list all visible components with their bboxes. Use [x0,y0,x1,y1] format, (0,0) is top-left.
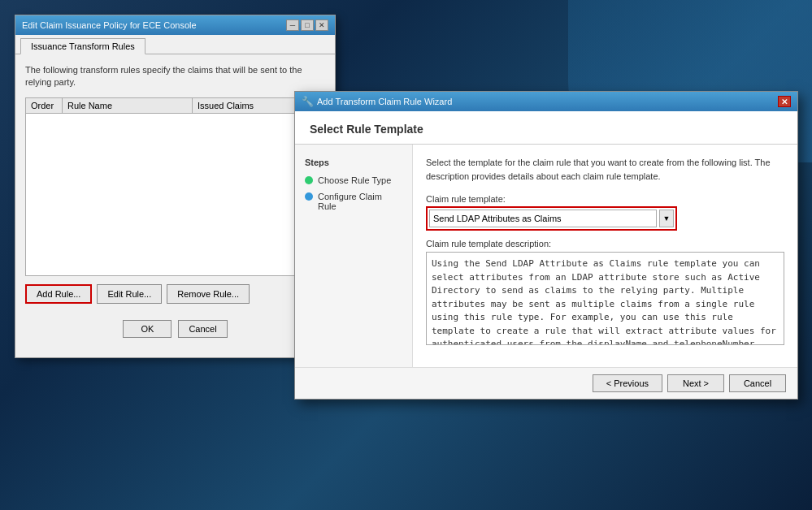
remove-rule-button[interactable]: Remove Rule... [167,284,250,304]
next-button[interactable]: Next > [667,374,724,392]
wizard-dialog: 🔧 Add Transform Claim Rule Wizard ✕ Sele… [294,91,798,400]
wizard-cancel-button[interactable]: Cancel [729,374,786,392]
ok-cancel-row: OK Cancel [25,320,325,348]
wizard-title: Add Transform Claim Rule Wizard [317,97,778,106]
claim-rule-template-group: Claim rule template: Send LDAP Attribute… [426,194,784,231]
close-button[interactable]: ✕ [315,19,328,31]
wizard-title-bar: 🔧 Add Transform Claim Rule Wizard ✕ [295,92,797,111]
wizard-body: Steps Choose Rule Type Configure Claim R… [295,145,797,367]
wizard-intro-text: Select the template for the claim rule t… [426,156,784,183]
empty-cell [26,113,325,275]
title-bar-controls: ─ □ ✕ [286,19,328,31]
step-label-choose-rule: Choose Rule Type [318,175,391,185]
edit-claim-description: The following transform rules specify th… [25,64,325,89]
edit-claim-content: The following transform rules specify th… [15,54,335,357]
description-group: Claim rule template description: [426,239,784,348]
rules-table: Order Rule Name Issued Claims [25,97,325,276]
wizard-steps-panel: Steps Choose Rule Type Configure Claim R… [295,145,413,367]
edit-claim-title: Edit Claim Issuance Policy for ECE Conso… [22,20,197,30]
description-label: Claim rule template description: [426,239,784,249]
edit-claim-title-bar: Edit Claim Issuance Policy for ECE Conso… [15,15,335,35]
cancel-button[interactable]: Cancel [178,320,227,338]
step-item-choose-rule: Choose Rule Type [305,175,402,185]
step-dot-blue [305,192,313,201]
step-label-configure-claim: Configure Claim Rule [318,192,402,211]
edit-rule-button[interactable]: Edit Rule... [97,284,162,304]
tab-bar: Issuance Transform Rules [15,35,335,54]
claim-rule-template-label: Claim rule template: [426,194,784,204]
maximize-button[interactable]: □ [301,19,314,31]
table-row-empty [26,113,325,275]
step-dot-green [305,176,313,184]
field-select-row: Send LDAP Attributes as Claims Send Grou… [429,210,674,227]
steps-title: Steps [305,158,402,167]
tab-issuance-transform-rules[interactable]: Issuance Transform Rules [20,38,145,54]
edit-claim-dialog: Edit Claim Issuance Policy for ECE Conso… [15,15,336,358]
rule-buttons: Add Rule... Edit Rule... Remove Rule... [25,284,325,304]
field-outlined-box: Send LDAP Attributes as Claims Send Grou… [426,206,677,231]
wizard-main-content: Select the template for the claim rule t… [413,145,797,367]
claim-rule-template-select[interactable]: Send LDAP Attributes as Claims Send Grou… [429,210,657,227]
select-arrow-icon: ▼ [659,210,674,227]
minimize-button[interactable]: ─ [286,19,299,31]
prev-button[interactable]: < Previous [593,374,662,392]
ok-button[interactable]: OK [123,320,172,338]
step-item-configure-claim: Configure Claim Rule [305,192,402,211]
wizard-footer: < Previous Next > Cancel [295,367,797,399]
description-textarea [426,252,784,345]
col-header-order: Order [26,97,63,113]
wizard-heading-text: Select Rule Template [310,123,783,136]
add-rule-button[interactable]: Add Rule... [25,284,92,304]
col-header-rulename: Rule Name [63,97,193,113]
wizard-icon: 🔧 [302,96,314,107]
wizard-heading: Select Rule Template [295,111,797,145]
wizard-close-button[interactable]: ✕ [778,96,791,107]
